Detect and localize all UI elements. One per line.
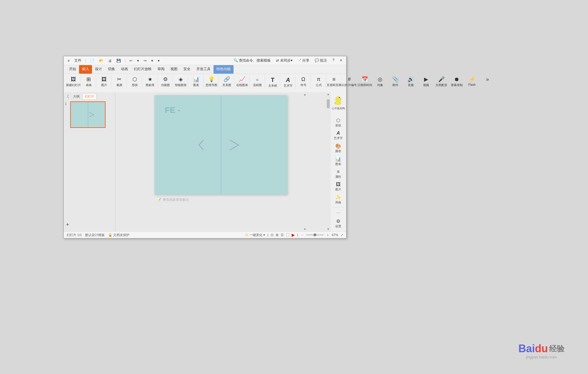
btn-screenshot[interactable]: ✂ 截屏 bbox=[114, 76, 125, 88]
scroll-arrow-up[interactable]: ▲ bbox=[327, 92, 330, 96]
tab-devtools[interactable]: 开发工具 bbox=[193, 65, 213, 74]
btn-video[interactable]: ▶ 视频 bbox=[421, 76, 431, 88]
svg-point-2 bbox=[335, 101, 341, 105]
toolbar-undo-arrow[interactable]: ▾ bbox=[136, 58, 140, 63]
view-normal-icon[interactable]: ⊡ bbox=[271, 233, 273, 237]
btn-table[interactable]: ⊞ 表格 bbox=[83, 76, 94, 88]
slide-canvas[interactable]: FE - bbox=[155, 95, 287, 195]
tab-insert[interactable]: 插入 bbox=[79, 65, 92, 74]
toolbar-undo[interactable]: ↩ bbox=[128, 58, 134, 63]
menu-share[interactable]: ↗ 分享 bbox=[296, 57, 311, 64]
menu-right-actions: 🔍 查找命令、搜索模板 ⇄ 未同步▾ ↗ 分享 💬 批注 ? ∧ bbox=[232, 57, 344, 64]
btn-screenrecord[interactable]: ⏺ 屏幕录制 bbox=[450, 76, 464, 88]
menu-sync[interactable]: ⇄ 未同步▾ bbox=[275, 57, 294, 64]
btn-shapes[interactable]: ⬡ 形状 bbox=[129, 76, 140, 88]
tab-slides[interactable]: 幻灯片 bbox=[83, 93, 96, 100]
menu-bar: ≡ 文件 | 📄 📂 🖨 💾 | ↩ ▾ ↪ ▾ ▾ 🔍 查找命令、搜索模板 ⇄… bbox=[64, 56, 346, 65]
btn-relation[interactable]: 🔗 关系图 bbox=[221, 76, 232, 88]
ribbon-group-object: ◎ 对象 bbox=[373, 75, 387, 88]
slide-thumbnail[interactable] bbox=[70, 101, 106, 128]
view-fullscreen-icon[interactable]: ⛶ bbox=[286, 233, 289, 237]
tab-review[interactable]: 审阅 bbox=[155, 65, 167, 74]
add-slide-btn[interactable]: ＋ bbox=[65, 221, 70, 228]
btn-more-insert[interactable]: » bbox=[482, 76, 493, 84]
right-panel-style[interactable]: ✨ 风格 bbox=[331, 193, 345, 206]
btn-dubbing[interactable]: 🎤 文档配音 bbox=[434, 76, 449, 88]
jingyan-text: 经验 bbox=[549, 344, 564, 354]
tab-slideshow[interactable]: 幻灯片放映 bbox=[131, 65, 155, 74]
btn-smartshape[interactable]: ◈ 智能图形 bbox=[174, 76, 188, 88]
zoom-slider[interactable] bbox=[306, 234, 324, 235]
beauty-btn[interactable]: ✨ 一键美化 ▾ bbox=[244, 233, 265, 237]
vertical-scrollbar[interactable]: ▲ ▼ bbox=[326, 92, 330, 231]
right-panel-image[interactable]: 🖼 图片 bbox=[331, 181, 345, 193]
btn-iconlib[interactable]: ★ 图标库 bbox=[144, 76, 156, 88]
right-panel-arttext[interactable]: A 艺术字 bbox=[331, 129, 345, 141]
menu-minimize[interactable]: ∧ bbox=[338, 57, 344, 64]
btn-chart[interactable]: 📊 图表 bbox=[191, 76, 201, 88]
play-btn[interactable]: ▶ bbox=[292, 233, 295, 237]
btn-audio[interactable]: 🔊 音频 bbox=[405, 76, 416, 88]
tab-transition[interactable]: 切换 bbox=[105, 65, 118, 74]
btn-flash[interactable]: ⚡ Flash bbox=[467, 76, 477, 87]
toolbar-print[interactable]: 🖨 bbox=[107, 58, 113, 63]
tab-animation[interactable]: 动画 bbox=[118, 65, 131, 74]
menu-help[interactable]: ? bbox=[331, 57, 336, 64]
zoom-minus-btn[interactable]: － bbox=[300, 233, 304, 237]
tab-design[interactable]: 设计 bbox=[92, 65, 105, 74]
btn-image[interactable]: 🖼 图片 bbox=[99, 76, 109, 88]
zoom-plus-btn[interactable]: ＋ bbox=[326, 233, 329, 237]
btn-datetime[interactable]: 📅 日期和时间 bbox=[356, 76, 373, 88]
right-style-label: 风格 bbox=[335, 200, 341, 205]
tab-outline[interactable]: 大纲 bbox=[71, 94, 81, 99]
view-grid-icon[interactable]: ⊞ bbox=[276, 233, 278, 237]
btn-mindmap[interactable]: 💡 思维导图 bbox=[204, 76, 219, 88]
scroll-arrow-down[interactable]: ▼ bbox=[327, 227, 330, 231]
btn-textbox[interactable]: T 文本框 bbox=[267, 76, 278, 88]
tab-view[interactable]: 视图 bbox=[167, 65, 180, 74]
zoom-thumb[interactable] bbox=[313, 233, 316, 236]
right-panel-attr[interactable]: ≡ 属性 bbox=[331, 168, 345, 180]
ribbon-content: 🖼 新建幻灯片 ⊞ 表格 🖼 图片 ✂ 截屏 bbox=[64, 74, 346, 92]
btn-slidenumber[interactable]: # 幻灯片编号 bbox=[341, 76, 358, 88]
toolbar-open[interactable]: 📂 bbox=[98, 58, 105, 63]
toolbar-more[interactable]: ▾ bbox=[156, 58, 161, 63]
btn-funcmap[interactable]: ⚙ 功能图 bbox=[160, 76, 171, 88]
menu-hamburger[interactable]: ≡ bbox=[66, 58, 71, 63]
protect-info: 🔓 文档未保护 bbox=[108, 233, 129, 237]
notes-placeholder[interactable]: 单击此处添加备注 bbox=[163, 197, 189, 202]
scroll-down-arrow[interactable]: ▼ bbox=[303, 228, 306, 231]
tab-start[interactable]: 开始 bbox=[66, 65, 79, 74]
right-panel-chart[interactable]: 📊 图表 bbox=[331, 155, 345, 167]
btn-onlinechart[interactable]: 📈 在线图表 bbox=[235, 76, 249, 88]
btn-attachment[interactable]: 📎 附件 bbox=[390, 76, 401, 88]
notes-area[interactable]: 📝 单击此处添加备注 bbox=[155, 196, 287, 203]
btn-object[interactable]: ◎ 对象 bbox=[375, 76, 385, 88]
zoom-fullfit-icon[interactable]: ⤢ bbox=[341, 233, 343, 237]
tab-special[interactable]: 特色功能 bbox=[213, 65, 234, 74]
right-panel-settings[interactable]: ⚙ 设置 bbox=[331, 217, 345, 230]
toolbar-redo-arrow[interactable]: ▾ bbox=[150, 58, 155, 63]
btn-formula[interactable]: π 公式 bbox=[313, 76, 324, 88]
right-panel-more[interactable]: ··· bbox=[331, 209, 345, 217]
btn-arttext[interactable]: A 艺术字 bbox=[282, 76, 294, 88]
tab-security[interactable]: 安全 bbox=[180, 65, 193, 74]
btn-new-slide[interactable]: 🖼 新建幻灯片 bbox=[65, 76, 82, 88]
scroll-thumb[interactable] bbox=[327, 99, 330, 108]
view-list-icon[interactable]: ☰ bbox=[281, 233, 284, 237]
right-panel-color[interactable]: 🎨 颜色 bbox=[331, 142, 345, 154]
toolbar-new[interactable]: 📄 bbox=[88, 58, 96, 63]
menu-divider2: | bbox=[125, 59, 126, 63]
btn-flowchart[interactable]: ⬦ 流程图 bbox=[252, 76, 263, 88]
menu-file[interactable]: 文件 bbox=[73, 57, 83, 64]
toolbar-redo[interactable]: ↪ bbox=[142, 58, 148, 63]
scroll-up-arrow[interactable]: ▲ bbox=[303, 93, 306, 96]
btn-symbol[interactable]: Ω 符号 bbox=[298, 76, 309, 88]
menu-comment[interactable]: 💬 批注 bbox=[313, 57, 329, 64]
toolbar-save[interactable]: 💾 bbox=[115, 58, 122, 63]
btn-headerfooter[interactable]: ≡ 页眉和页脚 bbox=[326, 76, 343, 88]
canvas-area[interactable]: ▲ FE - 📝 单击此处添加备注 ▼ bbox=[115, 92, 326, 231]
panel-toggle[interactable]: 《 bbox=[65, 94, 69, 99]
menu-search[interactable]: 🔍 查找命令、搜索模板 bbox=[232, 57, 272, 64]
right-panel-shapes[interactable]: ⬡ 形状 bbox=[331, 116, 345, 129]
